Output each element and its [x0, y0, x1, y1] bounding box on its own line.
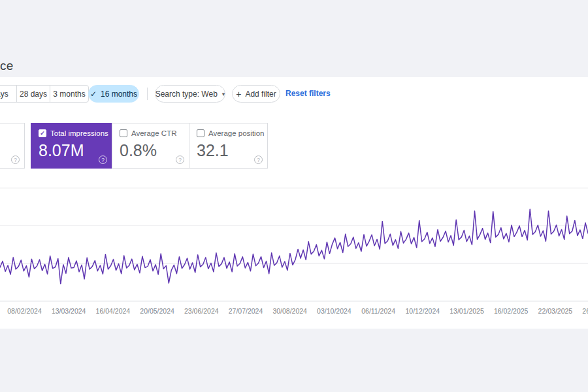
line-chart-svg[interactable]	[0, 182, 588, 306]
help-icon[interactable]: ?	[99, 155, 107, 164]
x-tick-label: 10/12/2024	[400, 307, 446, 315]
page-title: ce	[0, 59, 13, 73]
add-filter-button[interactable]: + Add filter	[232, 85, 280, 103]
search-type-dropdown[interactable]: Search type: Web ▾	[155, 85, 225, 103]
impressions-line-chart[interactable]	[0, 182, 588, 306]
x-tick-label: 16/02/2025	[488, 307, 534, 315]
checkbox-average-ctr[interactable]	[120, 129, 127, 137]
metric-label: Total impressions	[50, 129, 108, 137]
help-icon[interactable]: ?	[254, 155, 263, 164]
metric-value: 0.8%	[120, 141, 157, 160]
x-tick-label: 06/11/2024	[355, 307, 401, 315]
date-range-chip-label: 16 months	[101, 90, 137, 99]
x-tick-label: 13/01/2025	[444, 307, 490, 315]
chip-group-divider	[147, 88, 148, 100]
x-tick-label: 26/04/2025	[577, 307, 588, 315]
metric-card-average-position[interactable]: Average position 32.1 ?	[189, 123, 268, 169]
x-axis-tick-labels: 08/02/202413/03/202416/04/202420/05/2024…	[0, 307, 588, 318]
date-range-chip-days-partial[interactable]: days	[0, 85, 17, 103]
x-tick-label: 30/08/2024	[267, 307, 313, 315]
date-range-chip-label: 28 days	[20, 90, 47, 99]
add-filter-label: Add filter	[245, 90, 276, 99]
metric-card-partial[interactable]: ?	[0, 123, 25, 169]
search-type-label: Search type: Web	[155, 90, 218, 99]
metric-value: 8.07M	[39, 141, 84, 160]
date-range-chip-label: 3 months	[53, 90, 85, 99]
metric-card-average-ctr[interactable]: Average CTR 0.8% ?	[112, 123, 189, 169]
date-range-chip-28-days[interactable]: 28 days	[16, 85, 50, 103]
chevron-down-icon: ▾	[222, 91, 225, 97]
metric-value: 32.1	[197, 141, 229, 160]
x-tick-label: 23/06/2024	[178, 307, 224, 315]
plus-icon: +	[236, 89, 241, 99]
bottom-background-band	[0, 329, 588, 392]
x-tick-label: 16/04/2024	[90, 307, 136, 315]
metric-label: Average CTR	[131, 129, 176, 137]
date-range-chip-3-months[interactable]: 3 months	[50, 85, 89, 103]
x-tick-label: 20/05/2024	[135, 307, 180, 315]
help-icon[interactable]: ?	[176, 155, 184, 164]
date-range-chip-label: days	[0, 90, 8, 99]
help-icon[interactable]: ?	[11, 155, 20, 164]
reset-filters-link[interactable]: Reset filters	[286, 89, 331, 98]
date-range-chip-16-months-selected[interactable]: ✓ 16 months	[88, 85, 139, 103]
checkbox-average-position[interactable]	[197, 129, 204, 137]
x-tick-label: 03/10/2024	[311, 307, 357, 315]
metric-label: Average position	[208, 129, 264, 137]
metric-card-total-impressions[interactable]: ✓ Total impressions 8.07M ?	[31, 123, 112, 169]
x-tick-label: 27/07/2024	[223, 307, 269, 315]
x-tick-label: 08/02/2024	[2, 307, 48, 315]
x-tick-label: 13/03/2024	[46, 307, 91, 315]
impressions-series-line[interactable]	[0, 209, 588, 284]
checkmark-icon: ✓	[90, 90, 97, 99]
x-tick-label: 22/03/2025	[532, 307, 578, 315]
checkbox-total-impressions[interactable]: ✓	[39, 129, 46, 137]
